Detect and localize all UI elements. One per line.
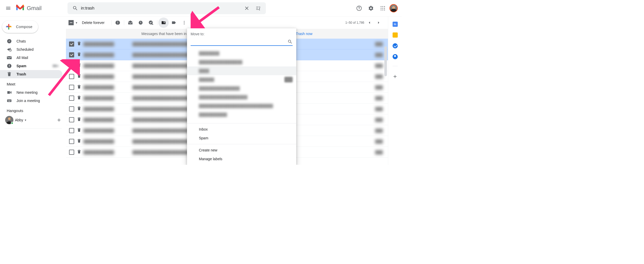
sidebar-item-allmail[interactable]: All Mail (0, 54, 62, 62)
mark-read-icon[interactable] (125, 18, 135, 28)
report-spam-icon[interactable] (113, 18, 123, 28)
more-icon[interactable] (179, 18, 189, 28)
snooze-icon[interactable] (135, 18, 146, 28)
scrollbar-thumb[interactable] (384, 46, 387, 76)
row-sender: ████████████ (83, 85, 132, 89)
hangouts-user[interactable]: Abby ▼ + (0, 116, 66, 124)
popup-inbox[interactable]: Inbox (187, 125, 296, 134)
popup-create-new[interactable]: Create new (187, 146, 296, 155)
search-clear-icon[interactable] (241, 3, 252, 14)
main-menu-button[interactable] (2, 2, 14, 14)
select-all-checkbox[interactable]: ▼ (69, 20, 78, 25)
settings-icon[interactable] (366, 3, 376, 13)
popup-label-item[interactable]: ███████████████████ (187, 93, 296, 101)
trash-icon (77, 84, 81, 90)
sidebar-item-joinmeeting[interactable]: Join a meeting (0, 97, 62, 105)
row-checkbox[interactable] (69, 52, 74, 57)
meet-section-title: Meet (0, 78, 66, 88)
popup-label-item[interactable]: ████ (187, 66, 296, 75)
svg-rect-21 (8, 100, 8, 101)
popup-spam[interactable]: Spam (187, 134, 296, 142)
page-next-button[interactable] (375, 19, 383, 27)
sidebar-item-trash[interactable]: Trash (0, 70, 62, 78)
keyboard-icon (7, 98, 12, 103)
popup-search[interactable] (191, 38, 293, 46)
svg-point-9 (384, 10, 385, 10)
sidebar-label: Trash (16, 72, 26, 76)
row-date: ███ (374, 96, 388, 100)
row-checkbox[interactable] (69, 74, 74, 79)
delete-forever-button[interactable]: Delete forever (82, 21, 105, 25)
move-to-icon[interactable] (158, 18, 169, 28)
row-checkbox[interactable] (69, 128, 74, 133)
popup-label-item[interactable]: █████████████████████████████ (187, 101, 296, 110)
toolbar: ▼ Delete forever (66, 16, 388, 29)
new-hangout-button[interactable]: + (57, 116, 61, 124)
popup-label-item[interactable]: ████████████████ (187, 84, 296, 93)
popup-label-item[interactable]: ██████ (187, 75, 296, 84)
svg-rect-12 (6, 26, 8, 27)
row-sender: ████████████ (83, 64, 132, 68)
chats-icon (7, 39, 12, 44)
separator (124, 20, 124, 25)
contacts-addon-icon[interactable] (393, 54, 398, 59)
get-addons-button[interactable]: + (393, 73, 397, 80)
account-avatar[interactable] (389, 4, 398, 12)
sidebar-item-spam[interactable]: Spam 99+ (0, 62, 62, 70)
popup-search-input[interactable] (191, 40, 287, 44)
svg-point-32 (184, 24, 184, 24)
popup-manage-labels[interactable]: Manage labels (187, 155, 296, 163)
banner-text: Messages that have been in (141, 32, 187, 36)
row-checkbox[interactable] (69, 41, 74, 47)
search-bar[interactable] (67, 2, 266, 14)
svg-rect-13 (9, 26, 12, 27)
compose-button[interactable]: Compose (2, 21, 38, 33)
apps-icon[interactable] (378, 3, 388, 13)
svg-point-3 (384, 6, 385, 7)
popup-label-item[interactable]: █████████████████ (187, 58, 296, 66)
tasks-addon-icon[interactable] (393, 43, 398, 48)
row-checkbox[interactable] (69, 150, 74, 155)
row-checkbox[interactable] (69, 63, 74, 68)
popup-label-item[interactable]: ████████ (187, 49, 296, 58)
chevron-down-icon[interactable]: ▼ (75, 21, 78, 24)
support-icon[interactable] (354, 3, 364, 13)
row-sender: ████████████ (83, 139, 132, 143)
sidebar-item-scheduled[interactable]: Scheduled (0, 45, 62, 54)
app-name: Gmail (27, 5, 41, 12)
row-date: ███ (374, 42, 388, 46)
search-input[interactable] (81, 6, 241, 11)
row-date: ███ (374, 85, 388, 89)
presence-dot (11, 122, 13, 124)
keep-addon-icon[interactable] (393, 32, 398, 38)
search-icon (287, 39, 293, 44)
gmail-logo: Gmail (14, 5, 67, 12)
search-options-icon[interactable] (252, 3, 264, 14)
row-checkbox[interactable] (69, 117, 74, 122)
compose-label: Compose (16, 25, 32, 29)
trash-icon (77, 128, 81, 133)
sidebar-item-chats[interactable]: Chats (0, 37, 62, 45)
sidebar-item-newmeeting[interactable]: New meeting (0, 88, 62, 97)
popup-label-item[interactable]: ███████████ (187, 110, 296, 119)
empty-trash-link[interactable]: Trash now (296, 32, 312, 36)
svg-point-1 (381, 6, 382, 7)
row-checkbox[interactable] (69, 96, 74, 101)
allmail-icon (7, 55, 12, 60)
search-icon[interactable] (70, 3, 81, 14)
sidebar: Compose Chats Scheduled All Mail Spam (0, 16, 66, 165)
row-checkbox[interactable] (69, 106, 74, 112)
trash-icon (7, 72, 12, 77)
row-date: ███ (374, 150, 388, 154)
labels-icon[interactable] (169, 18, 179, 28)
add-to-tasks-icon[interactable] (146, 18, 156, 28)
caret-down-icon[interactable]: ▼ (24, 119, 27, 122)
row-sender: ████████████ (83, 118, 132, 122)
row-checkbox[interactable] (69, 139, 74, 144)
row-checkbox[interactable] (69, 85, 74, 90)
svg-point-5 (382, 8, 383, 8)
calendar-addon-icon[interactable] (393, 22, 398, 27)
hangouts-section-title: Hangouts (0, 105, 66, 115)
svg-point-30 (184, 21, 184, 22)
page-prev-button[interactable] (365, 19, 374, 27)
